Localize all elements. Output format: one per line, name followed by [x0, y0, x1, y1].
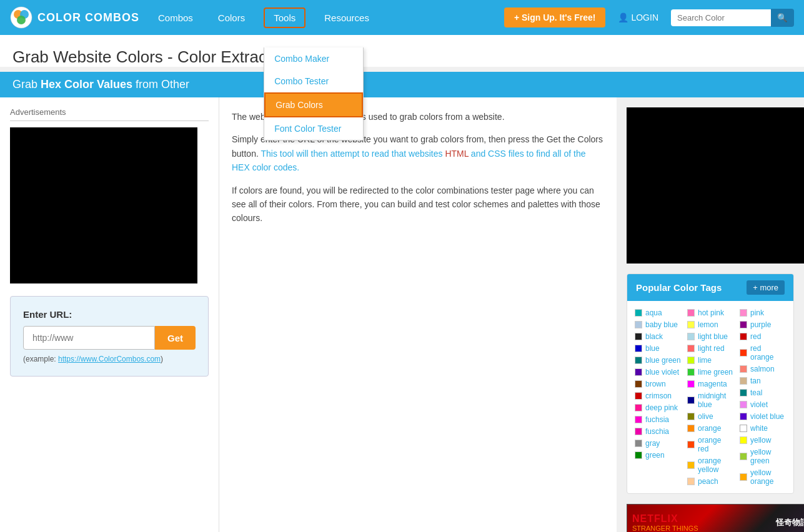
tag-item[interactable]: fuschia — [635, 427, 681, 436]
tag-swatch — [740, 389, 747, 397]
netflix-logo: NETFLIX — [632, 513, 698, 525]
tag-item[interactable]: hot pink — [687, 308, 733, 317]
dropdown-font-tester[interactable]: Font Color Tester — [264, 117, 363, 140]
tag-swatch — [687, 333, 695, 340]
popular-tags-title: Popular Color Tags — [636, 282, 722, 293]
tag-swatch — [635, 357, 642, 364]
tag-swatch — [687, 309, 695, 317]
tag-item[interactable]: light red — [687, 344, 733, 353]
tag-swatch — [635, 309, 642, 317]
login-area[interactable]: 👤 LOGIN — [618, 12, 658, 22]
tag-swatch — [687, 321, 695, 328]
dropdown-combo-maker[interactable]: Combo Maker — [264, 47, 363, 70]
tag-label: orange red — [698, 436, 733, 453]
logo-link[interactable]: COLOR COMBOS — [10, 6, 139, 29]
tag-item[interactable]: red orange — [740, 344, 786, 362]
popular-tags-content: aquababy blueblackblueblue greenblue vio… — [627, 301, 793, 493]
nav-combos[interactable]: Combos — [152, 9, 199, 27]
subtitle-start: Grab — [12, 78, 41, 91]
tag-item[interactable]: yellow — [740, 436, 786, 445]
url-input[interactable] — [23, 326, 155, 350]
tag-item[interactable]: crimson — [635, 392, 681, 400]
tag-swatch — [687, 441, 695, 448]
tag-item[interactable]: blue green — [635, 356, 681, 365]
tag-swatch — [740, 473, 747, 481]
netflix-subtitle: STRANGER THINGS — [632, 525, 698, 532]
tag-item[interactable]: yellow orange — [740, 468, 786, 486]
tag-label: teal — [750, 388, 762, 397]
tag-label: blue — [645, 344, 660, 353]
more-button[interactable]: + more — [747, 280, 785, 295]
tag-item[interactable]: aqua — [635, 308, 681, 317]
tag-label: green — [645, 451, 665, 460]
tag-swatch — [687, 345, 695, 352]
tag-swatch — [740, 436, 747, 444]
tag-item[interactable]: tan — [740, 377, 786, 385]
tag-item[interactable]: orange yellow — [687, 456, 733, 474]
tag-item[interactable]: gray — [635, 439, 681, 448]
nav-tools-btn[interactable]: Tools — [264, 7, 305, 28]
tag-item[interactable]: red — [740, 332, 786, 341]
tag-item[interactable]: white — [740, 424, 786, 433]
tag-label: lemon — [698, 320, 718, 329]
tag-item[interactable]: salmon — [740, 365, 786, 373]
tag-item[interactable]: midnight blue — [687, 392, 733, 409]
tag-item[interactable]: blue — [635, 344, 681, 353]
main-container: Advertisements Enter URL: Get (example: … — [0, 97, 804, 532]
search-area: 🔍 — [671, 9, 794, 27]
tag-label: peach — [698, 477, 718, 486]
tag-swatch — [635, 392, 642, 400]
tag-swatch — [687, 357, 695, 364]
tag-label: white — [750, 424, 768, 433]
tag-col-2: hot pinklemonlight bluelight redlimelime… — [687, 308, 733, 486]
tag-item[interactable]: pink — [740, 308, 786, 317]
netflix-right-text: 怪奇物語 — [776, 517, 804, 528]
page-title: Grab Website Colors - Color Extraction T… — [12, 47, 792, 67]
tag-swatch — [740, 425, 747, 432]
tag-item[interactable]: magenta — [687, 380, 733, 388]
tag-item[interactable]: lime green — [687, 368, 733, 377]
tag-item[interactable]: deep pink — [635, 403, 681, 412]
tag-swatch — [740, 401, 747, 408]
tag-item[interactable]: baby blue — [635, 320, 681, 329]
url-example-link[interactable]: https://www.ColorCombos.com — [58, 355, 161, 363]
tag-label: lime green — [698, 368, 733, 377]
desc2-highlight: This tool will then attempt to read that… — [232, 149, 586, 172]
tag-swatch — [740, 413, 747, 420]
tag-item[interactable]: light blue — [687, 332, 733, 341]
tag-swatch — [687, 478, 695, 485]
tag-swatch — [687, 368, 695, 376]
dropdown-combo-tester[interactable]: Combo Tester — [264, 70, 363, 92]
tag-item[interactable]: orange red — [687, 436, 733, 453]
tag-item[interactable]: brown — [635, 380, 681, 388]
tag-item[interactable]: fuchsia — [635, 415, 681, 424]
tag-item[interactable]: olive — [687, 412, 733, 421]
tag-item[interactable]: lemon — [687, 320, 733, 329]
get-button[interactable]: Get — [155, 326, 196, 350]
tag-label: violet blue — [750, 412, 784, 421]
tag-item[interactable]: violet blue — [740, 412, 786, 421]
tag-label: magenta — [698, 380, 727, 388]
tag-item[interactable]: orange — [687, 424, 733, 433]
html-code: HTML — [445, 149, 469, 159]
signup-button[interactable]: + Sign Up. It's Free! — [504, 7, 606, 27]
search-input[interactable] — [671, 9, 771, 26]
tag-item[interactable]: yellow green — [740, 448, 786, 465]
dropdown-grab-colors[interactable]: Grab Colors — [264, 92, 363, 117]
search-button[interactable]: 🔍 — [771, 9, 794, 27]
ads-box — [10, 127, 197, 283]
tag-label: violet — [750, 400, 768, 409]
nav-resources[interactable]: Resources — [318, 9, 375, 27]
nav-colors[interactable]: Colors — [212, 9, 251, 27]
popular-tags-box: Popular Color Tags + more aquababy blueb… — [627, 273, 794, 494]
tag-swatch — [740, 349, 747, 357]
tag-item[interactable]: purple — [740, 320, 786, 329]
tag-item[interactable]: black — [635, 332, 681, 341]
tag-item[interactable]: green — [635, 451, 681, 460]
tag-item[interactable]: peach — [687, 477, 733, 486]
tag-swatch — [687, 425, 695, 432]
tag-item[interactable]: teal — [740, 388, 786, 397]
tag-item[interactable]: lime — [687, 356, 733, 365]
tag-item[interactable]: blue violet — [635, 368, 681, 377]
tag-item[interactable]: violet — [740, 400, 786, 409]
